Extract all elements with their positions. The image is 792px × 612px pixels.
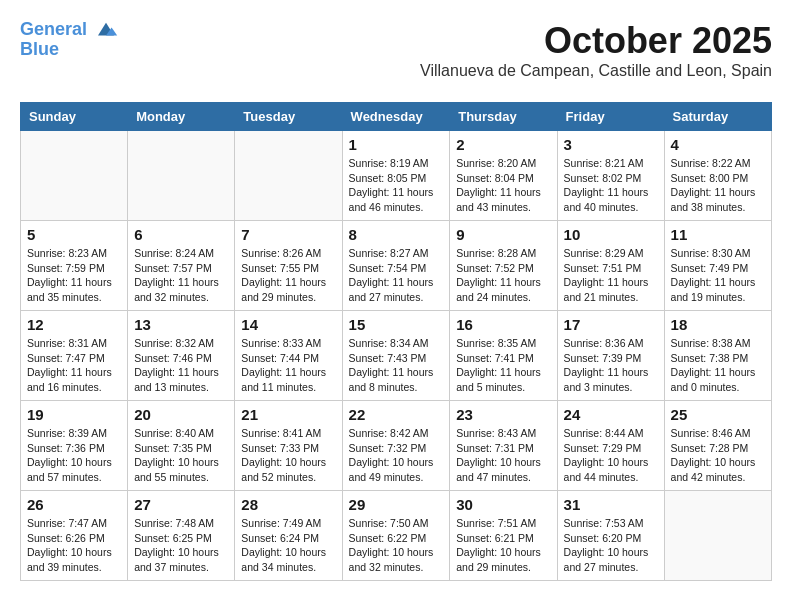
day-number: 6 (134, 226, 228, 243)
calendar-header-sunday: Sunday (21, 103, 128, 131)
day-number: 23 (456, 406, 550, 423)
day-info: Sunrise: 8:20 AMSunset: 8:04 PMDaylight:… (456, 156, 550, 215)
day-number: 26 (27, 496, 121, 513)
calendar-cell: 9Sunrise: 8:28 AMSunset: 7:52 PMDaylight… (450, 221, 557, 311)
calendar-week-4: 19Sunrise: 8:39 AMSunset: 7:36 PMDayligh… (21, 401, 772, 491)
day-info: Sunrise: 7:48 AMSunset: 6:25 PMDaylight:… (134, 516, 228, 575)
calendar-cell (128, 131, 235, 221)
calendar-cell: 22Sunrise: 8:42 AMSunset: 7:32 PMDayligh… (342, 401, 450, 491)
logo-icon (94, 20, 118, 40)
calendar-cell: 17Sunrise: 8:36 AMSunset: 7:39 PMDayligh… (557, 311, 664, 401)
calendar-cell: 25Sunrise: 8:46 AMSunset: 7:28 PMDayligh… (664, 401, 771, 491)
day-number: 1 (349, 136, 444, 153)
calendar-cell: 15Sunrise: 8:34 AMSunset: 7:43 PMDayligh… (342, 311, 450, 401)
logo-line2: Blue (20, 40, 118, 60)
day-number: 30 (456, 496, 550, 513)
calendar-cell: 11Sunrise: 8:30 AMSunset: 7:49 PMDayligh… (664, 221, 771, 311)
calendar-cell: 8Sunrise: 8:27 AMSunset: 7:54 PMDaylight… (342, 221, 450, 311)
calendar-cell: 19Sunrise: 8:39 AMSunset: 7:36 PMDayligh… (21, 401, 128, 491)
calendar-cell: 6Sunrise: 8:24 AMSunset: 7:57 PMDaylight… (128, 221, 235, 311)
calendar-cell: 3Sunrise: 8:21 AMSunset: 8:02 PMDaylight… (557, 131, 664, 221)
subtitle: Villanueva de Campean, Castille and Leon… (420, 62, 772, 80)
day-info: Sunrise: 8:28 AMSunset: 7:52 PMDaylight:… (456, 246, 550, 305)
day-number: 13 (134, 316, 228, 333)
calendar-cell: 5Sunrise: 8:23 AMSunset: 7:59 PMDaylight… (21, 221, 128, 311)
day-number: 17 (564, 316, 658, 333)
day-number: 15 (349, 316, 444, 333)
day-number: 22 (349, 406, 444, 423)
day-info: Sunrise: 8:41 AMSunset: 7:33 PMDaylight:… (241, 426, 335, 485)
day-number: 20 (134, 406, 228, 423)
day-number: 3 (564, 136, 658, 153)
day-info: Sunrise: 8:36 AMSunset: 7:39 PMDaylight:… (564, 336, 658, 395)
day-number: 24 (564, 406, 658, 423)
day-info: Sunrise: 7:49 AMSunset: 6:24 PMDaylight:… (241, 516, 335, 575)
day-number: 18 (671, 316, 765, 333)
calendar-cell (664, 491, 771, 581)
day-info: Sunrise: 8:46 AMSunset: 7:28 PMDaylight:… (671, 426, 765, 485)
day-number: 5 (27, 226, 121, 243)
day-number: 9 (456, 226, 550, 243)
day-info: Sunrise: 7:50 AMSunset: 6:22 PMDaylight:… (349, 516, 444, 575)
day-number: 4 (671, 136, 765, 153)
day-info: Sunrise: 7:51 AMSunset: 6:21 PMDaylight:… (456, 516, 550, 575)
day-info: Sunrise: 7:53 AMSunset: 6:20 PMDaylight:… (564, 516, 658, 575)
calendar-cell: 1Sunrise: 8:19 AMSunset: 8:05 PMDaylight… (342, 131, 450, 221)
day-number: 19 (27, 406, 121, 423)
calendar-header-wednesday: Wednesday (342, 103, 450, 131)
day-info: Sunrise: 8:43 AMSunset: 7:31 PMDaylight:… (456, 426, 550, 485)
day-number: 11 (671, 226, 765, 243)
day-number: 27 (134, 496, 228, 513)
day-info: Sunrise: 8:22 AMSunset: 8:00 PMDaylight:… (671, 156, 765, 215)
day-info: Sunrise: 8:23 AMSunset: 7:59 PMDaylight:… (27, 246, 121, 305)
logo-text: General (20, 20, 118, 40)
day-number: 14 (241, 316, 335, 333)
logo-line1: General (20, 19, 87, 39)
day-info: Sunrise: 8:32 AMSunset: 7:46 PMDaylight:… (134, 336, 228, 395)
day-number: 7 (241, 226, 335, 243)
calendar-cell: 21Sunrise: 8:41 AMSunset: 7:33 PMDayligh… (235, 401, 342, 491)
day-number: 25 (671, 406, 765, 423)
calendar: SundayMondayTuesdayWednesdayThursdayFrid… (20, 102, 772, 581)
day-info: Sunrise: 7:47 AMSunset: 6:26 PMDaylight:… (27, 516, 121, 575)
day-number: 2 (456, 136, 550, 153)
day-info: Sunrise: 8:42 AMSunset: 7:32 PMDaylight:… (349, 426, 444, 485)
calendar-week-2: 5Sunrise: 8:23 AMSunset: 7:59 PMDaylight… (21, 221, 772, 311)
calendar-cell: 27Sunrise: 7:48 AMSunset: 6:25 PMDayligh… (128, 491, 235, 581)
day-number: 16 (456, 316, 550, 333)
calendar-cell: 14Sunrise: 8:33 AMSunset: 7:44 PMDayligh… (235, 311, 342, 401)
day-info: Sunrise: 8:34 AMSunset: 7:43 PMDaylight:… (349, 336, 444, 395)
calendar-cell: 28Sunrise: 7:49 AMSunset: 6:24 PMDayligh… (235, 491, 342, 581)
day-number: 8 (349, 226, 444, 243)
calendar-cell (235, 131, 342, 221)
title-section: October 2025 Villanueva de Campean, Cast… (420, 20, 772, 90)
calendar-cell: 13Sunrise: 8:32 AMSunset: 7:46 PMDayligh… (128, 311, 235, 401)
calendar-cell: 7Sunrise: 8:26 AMSunset: 7:55 PMDaylight… (235, 221, 342, 311)
calendar-week-5: 26Sunrise: 7:47 AMSunset: 6:26 PMDayligh… (21, 491, 772, 581)
day-info: Sunrise: 8:31 AMSunset: 7:47 PMDaylight:… (27, 336, 121, 395)
calendar-cell: 31Sunrise: 7:53 AMSunset: 6:20 PMDayligh… (557, 491, 664, 581)
calendar-header-saturday: Saturday (664, 103, 771, 131)
day-info: Sunrise: 8:26 AMSunset: 7:55 PMDaylight:… (241, 246, 335, 305)
day-number: 21 (241, 406, 335, 423)
day-number: 28 (241, 496, 335, 513)
calendar-cell: 12Sunrise: 8:31 AMSunset: 7:47 PMDayligh… (21, 311, 128, 401)
calendar-header-row: SundayMondayTuesdayWednesdayThursdayFrid… (21, 103, 772, 131)
day-info: Sunrise: 8:40 AMSunset: 7:35 PMDaylight:… (134, 426, 228, 485)
calendar-cell (21, 131, 128, 221)
day-info: Sunrise: 8:44 AMSunset: 7:29 PMDaylight:… (564, 426, 658, 485)
calendar-cell: 26Sunrise: 7:47 AMSunset: 6:26 PMDayligh… (21, 491, 128, 581)
calendar-cell: 30Sunrise: 7:51 AMSunset: 6:21 PMDayligh… (450, 491, 557, 581)
day-info: Sunrise: 8:35 AMSunset: 7:41 PMDaylight:… (456, 336, 550, 395)
calendar-header-tuesday: Tuesday (235, 103, 342, 131)
day-info: Sunrise: 8:29 AMSunset: 7:51 PMDaylight:… (564, 246, 658, 305)
day-info: Sunrise: 8:38 AMSunset: 7:38 PMDaylight:… (671, 336, 765, 395)
calendar-header-thursday: Thursday (450, 103, 557, 131)
month-title: October 2025 (420, 20, 772, 62)
day-info: Sunrise: 8:33 AMSunset: 7:44 PMDaylight:… (241, 336, 335, 395)
calendar-cell: 10Sunrise: 8:29 AMSunset: 7:51 PMDayligh… (557, 221, 664, 311)
calendar-cell: 4Sunrise: 8:22 AMSunset: 8:00 PMDaylight… (664, 131, 771, 221)
day-number: 10 (564, 226, 658, 243)
day-number: 12 (27, 316, 121, 333)
calendar-cell: 20Sunrise: 8:40 AMSunset: 7:35 PMDayligh… (128, 401, 235, 491)
